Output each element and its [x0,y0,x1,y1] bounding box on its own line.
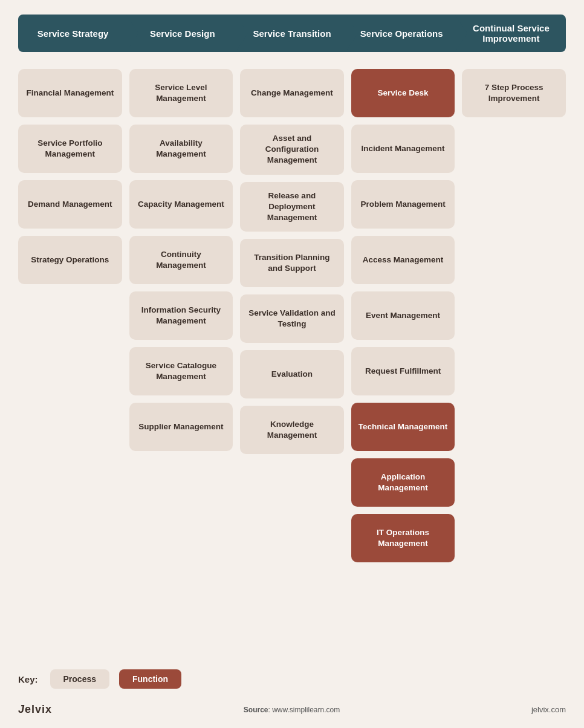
card-demand-management: Demand Management [18,180,122,229]
card-service-portfolio-management: Service Portfolio Management [18,125,122,173]
card-empty-1-9 [129,570,233,618]
card-evaluation: Evaluation [240,350,344,398]
card-request-fulfillment: Request Fulfillment [351,347,455,395]
footer-logo-elvix: elvix [25,703,52,715]
card-supplier-management: Supplier Management [129,403,233,451]
page-wrapper: Service Strategy Service Design Service … [0,0,584,728]
key-label: Key: [18,674,38,684]
footer-logo-j: J [18,703,25,715]
card-release-and-deployment-management: Release and Deployment Management [240,182,344,232]
card-application-management: Application Management [351,458,455,507]
card-empty-1-8 [129,514,233,562]
card-empty-4-5 [462,347,566,395]
card-empty-4-9 [462,570,566,618]
card-empty-0-6 [18,403,122,451]
footer-logo: Jelvix [18,703,52,716]
card-7-step-process-improvement: 7 Step Process Improvement [462,69,566,117]
card-empty-0-9 [18,570,122,618]
footer-source-label: Source [244,706,268,714]
card-problem-management: Problem Management [351,180,455,229]
card-event-management: Event Management [351,291,455,340]
key-process-badge: Process [50,669,109,689]
header-service-transition: Service Transition [237,15,346,52]
card-transition-planning-and-support: Transition Planning and Support [240,239,344,287]
card-empty-0-7 [18,458,122,507]
card-empty-4-2 [462,180,566,229]
card-empty-4-4 [462,291,566,340]
card-empty-4-6 [462,403,566,451]
header-service-strategy: Service Strategy [18,15,128,52]
card-availability-management: Availability Management [129,125,233,173]
card-access-management: Access Management [351,236,455,284]
key-section: Key: Process Function [18,663,566,689]
card-it-operations-management: IT Operations Management [351,514,455,562]
header-service-design: Service Design [128,15,237,52]
footer-source-url: www.simplilearn.com [272,706,340,714]
card-financial-management: Financial Management [18,69,122,117]
card-empty-4-1 [462,125,566,173]
card-strategy-operations: Strategy Operations [18,236,122,284]
card-information-security-management: Information Security Management [129,291,233,340]
header-service-operations: Service Operations [347,15,456,52]
card-empty-4-7 [462,458,566,507]
card-empty-0-4 [18,291,122,340]
card-empty-2-9 [240,573,344,621]
card-service-desk: Service Desk [351,69,455,117]
card-change-management: Change Management [240,69,344,117]
col-strategy: Financial ManagementService Portfolio Ma… [18,69,122,646]
col-transition: Change ManagementAsset and Configuration… [240,69,344,646]
header-bar: Service Strategy Service Design Service … [18,15,566,52]
card-empty-4-3 [462,236,566,284]
card-continuity-management: Continuity Management [129,236,233,284]
card-empty-4-8 [462,514,566,562]
card-service-level-management: Service Level Management [129,69,233,117]
header-csi: Continual Service Improvement [456,15,566,52]
card-empty-1-7 [129,458,233,507]
col-design: Service Level ManagementAvailability Man… [129,69,233,646]
footer-site: jelvix.com [531,705,566,714]
card-service-catalogue-management: Service Catalogue Management [129,347,233,395]
key-function-badge: Function [119,669,181,689]
card-empty-0-5 [18,347,122,395]
col-csi: 7 Step Process Improvement [462,69,566,646]
card-empty-2-8 [240,517,344,565]
card-empty-3-9 [351,570,455,618]
card-asset-and-configuration-management: Asset and Configuration Management [240,125,344,175]
card-knowledge-management: Knowledge Management [240,406,344,454]
card-empty-0-8 [18,514,122,562]
footer: Jelvix Source: www.simplilearn.com jelvi… [18,700,566,716]
footer-source: Source: www.simplilearn.com [244,706,340,714]
card-service-validation-and-testing: Service Validation and Testing [240,294,344,343]
card-technical-management: Technical Management [351,403,455,451]
main-grid: Financial ManagementService Portfolio Ma… [18,69,566,646]
card-incident-management: Incident Management [351,125,455,173]
card-capacity-management: Capacity Management [129,180,233,229]
col-operations: Service DeskIncident ManagementProblem M… [351,69,455,646]
card-empty-2-7 [240,461,344,510]
